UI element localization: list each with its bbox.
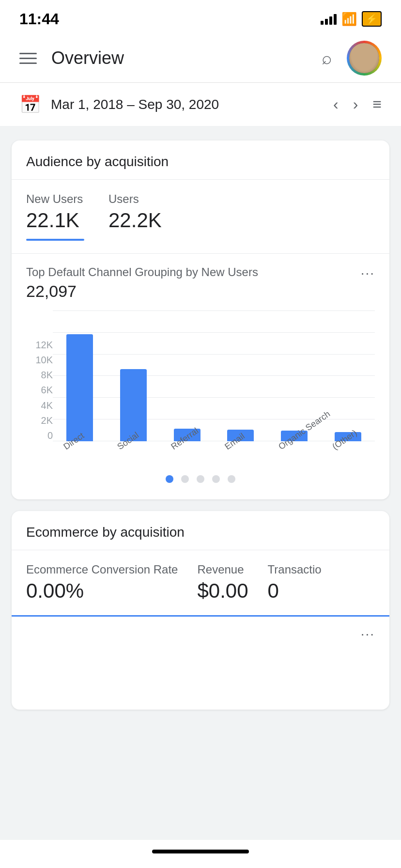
audience-metrics-row: New Users 22.1K Users 22.2K	[12, 180, 389, 254]
dot-2[interactable]	[181, 475, 189, 483]
status-time: 11:44	[19, 10, 59, 28]
app-header: Overview ⌕	[0, 34, 401, 82]
page-title: Overview	[51, 48, 124, 68]
y-label-4k: 4K	[41, 400, 53, 411]
metric-underline	[26, 239, 84, 241]
date-navigation: ‹ › ≡	[333, 95, 382, 113]
header-left: Overview	[19, 48, 124, 68]
avatar-inner	[349, 43, 379, 73]
status-bar: 11:44 📶 ⚡	[0, 0, 401, 34]
dot-4[interactable]	[212, 475, 220, 483]
chart-header: Top Default Channel Grouping by New User…	[26, 265, 375, 301]
ecommerce-card-spacer	[12, 651, 389, 710]
bottom-bar	[0, 840, 401, 868]
x-labels: DirectSocialReferralEmailOrganic Search(…	[53, 441, 375, 465]
battery-icon: ⚡	[362, 11, 382, 27]
dot-3[interactable]	[197, 475, 204, 483]
ecommerce-card-title: Ecommerce by acquisition	[26, 525, 185, 540]
next-arrow[interactable]: ›	[353, 95, 358, 113]
menu-icon[interactable]	[19, 53, 37, 64]
chart-total: 22,097	[26, 282, 258, 301]
y-label-10k: 10K	[35, 355, 53, 366]
filter-icon[interactable]: ≡	[372, 95, 382, 113]
revenue-value: $0.00	[197, 579, 248, 603]
y-label-8k: 8K	[41, 370, 53, 381]
transactions-value: 0	[268, 579, 322, 603]
users-label: Users	[108, 192, 162, 206]
transactions-metric: Transactio 0	[268, 563, 322, 603]
search-icon[interactable]: ⌕	[322, 48, 332, 68]
y-label-6k: 6K	[41, 385, 53, 396]
ecommerce-card-header: Ecommerce by acquisition	[12, 511, 389, 550]
prev-arrow[interactable]: ‹	[333, 95, 339, 113]
chart-title-group: Top Default Channel Grouping by New User…	[26, 265, 258, 301]
conversion-rate-metric: Ecommerce Conversion Rate 0.00%	[26, 563, 178, 603]
dot-1[interactable]	[166, 475, 173, 483]
new-users-value: 22.1K	[26, 209, 84, 232]
chart-subtitle: Top Default Channel Grouping by New User…	[26, 265, 258, 279]
new-users-label: New Users	[26, 192, 84, 206]
pagination-dots	[26, 465, 375, 488]
status-icons: 📶 ⚡	[321, 11, 382, 27]
y-label-0: 0	[47, 430, 53, 441]
calendar-icon[interactable]: 📅	[19, 94, 41, 115]
bar-chart: 12K 10K 8K 6K 4K 2K 0	[26, 310, 375, 465]
bars-area: DirectSocialReferralEmailOrganic Search(…	[53, 310, 375, 465]
date-left: 📅 Mar 1, 2018 – Sep 30, 2020	[19, 94, 219, 115]
date-bar: 📅 Mar 1, 2018 – Sep 30, 2020 ‹ › ≡	[0, 82, 401, 126]
users-value: 22.2K	[108, 209, 162, 232]
home-indicator[interactable]	[152, 850, 249, 853]
transactions-label: Transactio	[268, 563, 322, 576]
audience-card-header: Audience by acquisition	[12, 140, 389, 180]
date-range[interactable]: Mar 1, 2018 – Sep 30, 2020	[51, 97, 219, 112]
conversion-rate-value: 0.00%	[26, 579, 178, 603]
main-content: Audience by acquisition New Users 22.1K …	[0, 126, 401, 724]
dot-5[interactable]	[228, 475, 235, 483]
audience-card-title: Audience by acquisition	[26, 154, 169, 169]
conversion-rate-label: Ecommerce Conversion Rate	[26, 563, 178, 576]
signal-icon	[321, 13, 337, 25]
y-label-12k: 12K	[35, 340, 53, 351]
ecommerce-more-icon[interactable]: ···	[361, 626, 375, 642]
grid-line	[53, 310, 375, 311]
y-label-2k: 2K	[41, 415, 53, 426]
chart-section: Top Default Channel Grouping by New User…	[12, 254, 389, 499]
users-metric: Users 22.2K	[108, 192, 162, 241]
header-right: ⌕	[322, 41, 382, 76]
avatar-face	[349, 43, 379, 73]
audience-card: Audience by acquisition New Users 22.1K …	[12, 140, 389, 499]
ecommerce-metrics-row: Ecommerce Conversion Rate 0.00% Revenue …	[12, 550, 389, 617]
revenue-metric: Revenue $0.00	[197, 563, 248, 603]
bars-row	[53, 315, 375, 441]
more-options-icon[interactable]: ···	[361, 265, 375, 281]
ecommerce-card: Ecommerce by acquisition Ecommerce Conve…	[12, 511, 389, 710]
avatar[interactable]	[347, 41, 382, 76]
new-users-metric: New Users 22.1K	[26, 192, 84, 241]
revenue-label: Revenue	[197, 563, 248, 576]
y-axis: 12K 10K 8K 6K 4K 2K 0	[26, 340, 53, 465]
wifi-icon: 📶	[341, 12, 357, 27]
